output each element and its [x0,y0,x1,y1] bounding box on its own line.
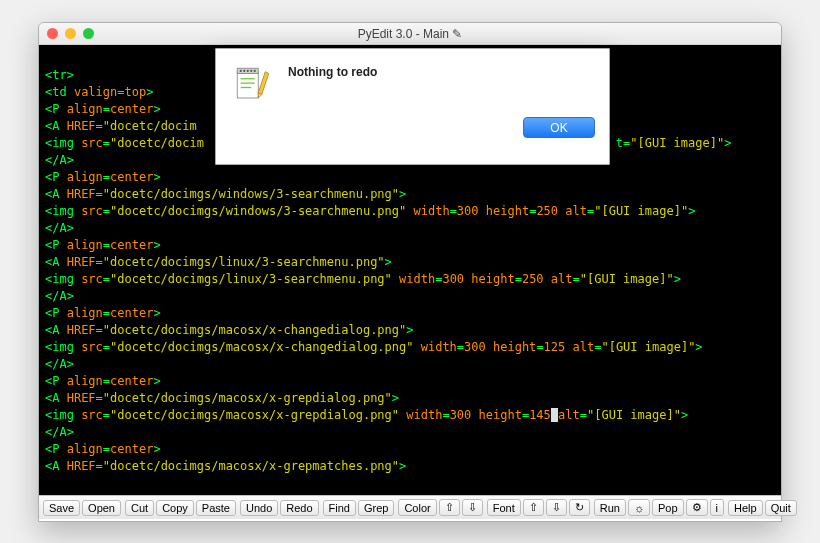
font-button[interactable]: Font [487,499,521,516]
sun-button[interactable]: ☼ [628,499,650,516]
save-button[interactable]: Save [43,500,80,516]
color-down-button[interactable]: ⇩ [462,499,483,516]
gear-button[interactable]: ⚙ [686,499,708,516]
copy-button[interactable]: Copy [156,500,194,516]
open-button[interactable]: Open [82,500,121,516]
window-title: PyEdit 3.0 - Main ✎ [39,27,781,41]
ok-button[interactable]: OK [523,117,595,138]
cut-button[interactable]: Cut [125,500,154,516]
font-down-button[interactable]: ⇩ [546,499,567,516]
svg-point-3 [243,70,245,72]
titlebar: PyEdit 3.0 - Main ✎ [39,23,781,45]
svg-point-2 [240,70,242,72]
color-up-button[interactable]: ⇧ [439,499,460,516]
grep-button[interactable]: Grep [358,500,394,516]
quit-button[interactable]: Quit [765,500,797,516]
font-up-button[interactable]: ⇧ [523,499,544,516]
color-button[interactable]: Color [398,499,436,516]
toolbar: Save Open Cut Copy Paste Undo Redo Find … [39,495,781,519]
paste-button[interactable]: Paste [196,500,236,516]
svg-point-5 [250,70,252,72]
font-cycle-button[interactable]: ↻ [569,499,590,516]
find-button[interactable]: Find [323,500,356,516]
dialog-message: Nothing to redo [288,63,377,79]
redo-button[interactable]: Redo [280,500,318,516]
svg-rect-0 [237,72,258,98]
info-button[interactable]: i [710,499,724,516]
svg-point-4 [247,70,249,72]
help-button[interactable]: Help [728,500,763,516]
pop-button[interactable]: Pop [652,499,684,516]
alert-dialog: Nothing to redo OK [215,48,610,165]
notepad-icon [232,63,274,105]
svg-point-6 [254,70,256,72]
svg-marker-10 [258,72,269,95]
run-button[interactable]: Run [594,499,626,516]
undo-button[interactable]: Undo [240,500,278,516]
